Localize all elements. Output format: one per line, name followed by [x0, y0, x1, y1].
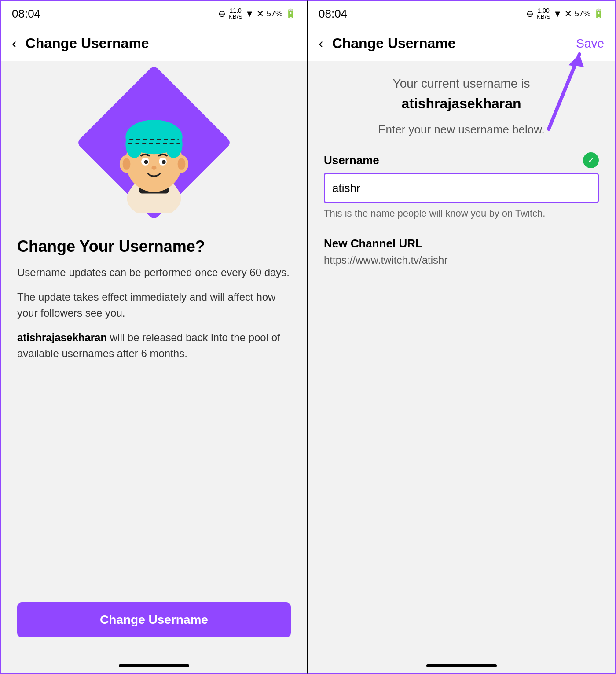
left-heading: Change Your Username?	[17, 237, 291, 256]
svg-point-12	[165, 131, 183, 158]
right-screen: 08:04 ⊖ 1.00KB/S ▼ ✕ 57% 🔋 ‹ Change User…	[308, 0, 616, 674]
svg-point-8	[123, 158, 131, 170]
right-content: Your current username is atishrajasekhar…	[308, 61, 615, 659]
right-home-indicator	[308, 659, 615, 673]
right-battery-icon: 🔋	[593, 8, 604, 19]
right-battery-indicator: 57%	[575, 9, 590, 18]
left-body-1: Username updates can be performed once e…	[17, 265, 291, 280]
svg-point-9	[178, 158, 186, 170]
old-username-mention: atishrajasekharan	[17, 331, 107, 343]
right-home-bar	[426, 664, 497, 667]
left-back-button[interactable]: ‹	[12, 35, 17, 52]
right-nav-title: Change Username	[332, 35, 576, 52]
svg-point-17	[144, 160, 148, 164]
left-status-icons: ⊖ 11.0KB/S ▼ ✕ 57% 🔋	[218, 7, 296, 20]
left-screen: 08:04 ⊖ 11.0KB/S ▼ ✕ 57% 🔋 ‹ Change User…	[0, 0, 308, 674]
right-back-button[interactable]: ‹	[319, 35, 323, 52]
username-field-label: Username	[324, 154, 379, 167]
battery-icon: 🔋	[285, 8, 296, 19]
left-home-bar	[119, 664, 189, 667]
right-cellular-icon: ✕	[565, 8, 572, 19]
svg-point-18	[162, 160, 166, 164]
right-save-button[interactable]: Save	[576, 37, 604, 51]
right-kb-indicator: 1.00KB/S	[536, 7, 550, 20]
left-nav-bar: ‹ Change Username	[1, 26, 307, 61]
current-username-value: atishrajasekharan	[401, 96, 521, 111]
right-status-icons: ⊖ 1.00KB/S ▼ ✕ 57% 🔋	[526, 7, 604, 20]
left-home-indicator	[1, 659, 307, 673]
kb-indicator: 11.0KB/S	[228, 7, 242, 20]
current-username-display: Your current username is atishrajasekhar…	[324, 74, 599, 114]
username-hint-text: This is the name people will know you by…	[324, 208, 599, 219]
enter-new-username-text: Enter your new username below.	[324, 123, 599, 136]
right-status-bar: 08:04 ⊖ 1.00KB/S ▼ ✕ 57% 🔋	[308, 1, 615, 26]
left-body-2: The update takes effect immediately and …	[17, 289, 291, 321]
left-content: Change Your Username? Username updates c…	[1, 61, 307, 592]
right-status-time: 08:04	[319, 7, 347, 21]
username-input[interactable]	[324, 173, 599, 203]
svg-point-19	[151, 166, 156, 170]
cellular-icon: ✕	[257, 8, 264, 19]
right-wifi-icon: ▼	[553, 9, 562, 19]
left-status-time: 08:04	[12, 7, 40, 21]
avatar-container	[17, 79, 291, 220]
channel-url-label: New Channel URL	[324, 237, 599, 250]
battery-indicator: 57%	[267, 9, 282, 18]
wifi-icon: ▼	[245, 9, 254, 19]
right-signal-icon: ⊖	[526, 8, 534, 19]
right-nav-bar: ‹ Change Username Save	[308, 26, 615, 61]
avatar-illustration	[101, 85, 207, 213]
current-username-label: Your current username is	[393, 77, 530, 90]
channel-url-value: https://www.twitch.tv/atishr	[324, 254, 599, 266]
svg-point-11	[125, 131, 143, 158]
left-body-3: atishrajasekharan will be released back …	[17, 330, 291, 361]
username-field-row: Username ✓	[324, 152, 599, 168]
signal-strength-icon: ⊖	[218, 8, 226, 19]
left-status-bar: 08:04 ⊖ 11.0KB/S ▼ ✕ 57% 🔋	[1, 1, 307, 26]
left-nav-title: Change Username	[26, 35, 296, 52]
bottom-btn-area: Change Username	[1, 592, 307, 659]
change-username-button[interactable]: Change Username	[17, 602, 291, 637]
check-valid-icon: ✓	[583, 152, 599, 168]
